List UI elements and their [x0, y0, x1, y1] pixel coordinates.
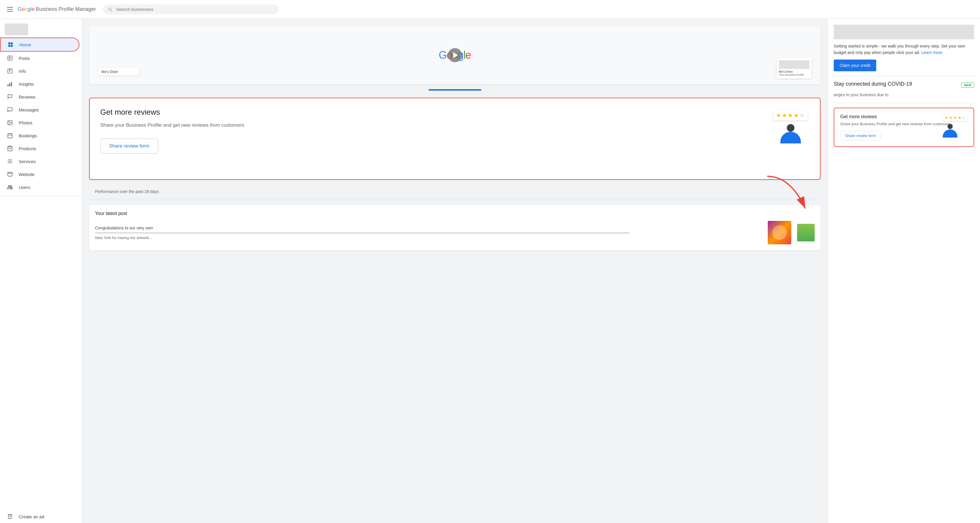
- post-item: Congratulations to our very own New York…: [95, 221, 815, 244]
- covid-title: Stay connected during COVID-19: [834, 81, 912, 87]
- star-3: ★: [788, 112, 793, 119]
- svg-rect-1: [11, 43, 13, 45]
- products-icon: [7, 145, 13, 151]
- right-panel: Getting started is simple - we walk you …: [827, 19, 980, 523]
- svg-rect-18: [8, 134, 12, 138]
- users-icon: [7, 184, 13, 190]
- google-wordmark: Google: [18, 6, 35, 12]
- covid-description: anges to your business due to: [834, 92, 974, 98]
- insights-icon: [7, 81, 13, 87]
- svg-rect-26: [8, 172, 12, 176]
- small-share-review-button[interactable]: Share review form: [840, 131, 881, 140]
- person-avatar: [780, 123, 801, 144]
- sidebar-label-users: Users: [19, 185, 30, 190]
- google-preview-card: Google Mo's Diner Mo's Diner Your Busine…: [89, 26, 821, 85]
- latest-post-card: Your latest post Congratulations to our …: [89, 205, 821, 250]
- star-5-empty: ★: [799, 112, 805, 119]
- review-illustration: ★ ★ ★ ★ ★: [773, 110, 808, 144]
- sidebar-item-messages[interactable]: Messages: [0, 103, 80, 116]
- small-review-card: Get more reviews Share your Business Pro…: [834, 108, 974, 147]
- post-text: Congratulations to our very own New York…: [95, 226, 763, 240]
- play-button[interactable]: [448, 48, 462, 62]
- svg-rect-12: [8, 85, 8, 86]
- latest-post-title: Your latest post: [95, 211, 815, 216]
- svg-rect-0: [8, 43, 11, 45]
- sidebar-label-reviews: Reviews: [19, 94, 35, 99]
- reviews-icon: [7, 94, 13, 100]
- progress-bar: [429, 89, 481, 91]
- app-header: Google Business Profile Manager: [0, 0, 980, 19]
- services-icon: [7, 158, 13, 164]
- small-review-illustration: ★ ★ ★ ★ ★: [943, 114, 968, 137]
- search-bar[interactable]: [103, 5, 279, 14]
- sidebar-label-create-ad: Create an ad: [19, 514, 44, 519]
- info-icon: [7, 68, 13, 74]
- search-icon: [108, 7, 113, 12]
- sidebar-item-photos[interactable]: Photos: [0, 116, 80, 129]
- svg-rect-2: [8, 45, 11, 47]
- sidebar-label-products: Products: [19, 146, 36, 151]
- messages-icon: [7, 107, 13, 113]
- sidebar-item-website[interactable]: Website: [0, 168, 80, 181]
- ad-icon: [7, 513, 13, 520]
- star-4: ★: [794, 112, 799, 119]
- sidebar-item-reviews[interactable]: Reviews: [0, 90, 80, 103]
- bookings-icon: [7, 132, 13, 139]
- learn-more-link[interactable]: Learn more: [921, 50, 942, 55]
- website-icon: [7, 171, 13, 177]
- search-input[interactable]: [116, 7, 274, 12]
- sidebar-item-services[interactable]: Services: [0, 155, 80, 168]
- photos-icon: [7, 120, 13, 126]
- post-title-1: Congratulations to our very own: [95, 226, 763, 230]
- star-rating: ★ ★ ★ ★ ★: [773, 110, 808, 121]
- sidebar-divider: [0, 196, 82, 196]
- grid-icon: [8, 41, 13, 48]
- mock-business-card: Mo's Diner Your Business Profile: [776, 58, 812, 79]
- mock-search: Mo's Diner: [98, 68, 139, 76]
- app-title: Business Profile Manager: [36, 6, 96, 12]
- posts-icon: [7, 55, 13, 61]
- share-review-form-button[interactable]: Share review form: [100, 139, 158, 154]
- ad-description: Getting started is simple - we walk you …: [834, 43, 974, 56]
- performance-text: Performance over the past 28 days: [89, 185, 821, 196]
- claim-credit-section: Getting started is simple - we walk you …: [834, 25, 974, 71]
- review-card-description: Share your Business Profile and get new …: [100, 121, 810, 129]
- sidebar-item-home[interactable]: Home: [0, 38, 80, 52]
- sidebar-label-bookings: Bookings: [19, 133, 37, 138]
- svg-rect-13: [10, 83, 10, 86]
- post-loading-bar: [95, 232, 629, 234]
- sidebar-item-info[interactable]: Info: [0, 65, 80, 77]
- sidebar-label-posts: Posts: [19, 56, 30, 61]
- svg-rect-3: [11, 45, 13, 47]
- sidebar-item-insights[interactable]: Insights: [0, 77, 80, 90]
- sidebar-label-info: Info: [19, 69, 26, 73]
- person-container: [773, 123, 808, 144]
- post-title-2: New York for having her artwork...: [95, 236, 763, 240]
- sidebar-item-products[interactable]: Products: [0, 142, 80, 155]
- sidebar-item-posts[interactable]: Posts: [0, 52, 80, 65]
- post-thumbnail-2: [797, 224, 815, 241]
- sidebar-item-bookings[interactable]: Bookings: [0, 129, 80, 142]
- sidebar-label-insights: Insights: [19, 81, 34, 86]
- svg-rect-14: [11, 82, 12, 86]
- sidebar-item-users[interactable]: Users: [0, 181, 80, 194]
- claim-credit-button[interactable]: Claim your credit: [834, 59, 876, 71]
- sidebar-label-messages: Messages: [19, 107, 39, 112]
- svg-point-17: [9, 121, 10, 122]
- sidebar-label-website: Website: [19, 172, 35, 177]
- sidebar: Home Posts Info: [0, 19, 82, 523]
- star-2: ★: [782, 112, 787, 119]
- post-thumbnail: [768, 221, 791, 244]
- sidebar-label-services: Services: [19, 159, 36, 164]
- sidebar-item-create-ad[interactable]: Create an ad: [0, 510, 80, 523]
- menu-button[interactable]: [5, 4, 15, 15]
- covid-section: Stay connected during COVID-19 NEW anges…: [834, 81, 974, 98]
- star-1: ★: [776, 112, 781, 119]
- sidebar-label-photos: Photos: [19, 120, 33, 125]
- sidebar-label-home: Home: [19, 42, 31, 47]
- review-card-main: Get more reviews Share your Business Pro…: [89, 98, 821, 180]
- performance-bar: [89, 199, 821, 200]
- review-card-title: Get more reviews: [100, 108, 810, 117]
- person-body: [780, 132, 801, 144]
- person-head: [787, 124, 794, 132]
